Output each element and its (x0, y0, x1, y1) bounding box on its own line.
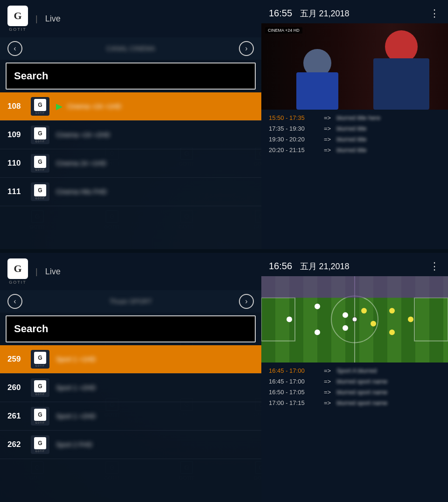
sch-arrow-s4: => (324, 399, 331, 406)
right-date-1: 五月 21,2018 (300, 9, 350, 18)
right-time-1: 16:55 (269, 8, 292, 18)
video-thumb-cinema[interactable]: CINEMA +24 HD (261, 23, 448, 110)
channel-item-261[interactable]: 261 G GOTIT Sport 1 +2HD (0, 402, 261, 431)
more-dots-1[interactable]: ⋮ (429, 7, 441, 20)
sch-name-s1645b: blurred sport name (336, 378, 387, 385)
channel-logo-110: G GOTIT (31, 154, 49, 173)
channel-name-111: Cinema Hits FHD (56, 188, 107, 195)
channel-name-wrapper-108: ▶ Cinema +24 +1HD (56, 101, 121, 112)
play-icon-108: ▶ (56, 101, 63, 112)
sch-time-s1645b: 16:45 - 17:00 (269, 378, 320, 385)
search-input-2[interactable] (7, 316, 255, 342)
sch-time-s1700: 17:00 - 17:15 (269, 399, 320, 406)
schedule-item-1930: 19:30 - 20:20 => blurred title (269, 136, 441, 143)
sch-name-1735: blurred title (336, 125, 366, 132)
figure-left-body (296, 72, 338, 110)
search-input-1[interactable] (7, 63, 255, 89)
channel-name-108: Cinema +24 +1HD (67, 103, 121, 110)
channel-logo-109: G GOTIT (31, 126, 49, 144)
gotit-logo-box-1: G (7, 6, 28, 26)
sch-arrow-s3: => (324, 389, 331, 396)
section-sport: G GOTIT | Live ‹ Thuan SPORT › (0, 253, 261, 502)
channel-num-259: 259 (7, 355, 24, 364)
sch-name-s1700: blurred sport name (336, 399, 387, 406)
schedule-item-2020: 20:20 - 21:15 => blurred title (269, 146, 441, 153)
schedule-cinema: 15:50 - 17:35 => blurred title here 17:3… (261, 110, 448, 249)
right-panel: 16:55 五月 21,2018 ⋮ (261, 0, 448, 502)
nav-left-1[interactable]: ‹ (7, 41, 22, 56)
nav-right-1[interactable]: › (239, 41, 254, 56)
svg-point-11 (389, 308, 395, 314)
logo-letter-2: G (14, 263, 21, 275)
channel-logo-260: G GOTIT (31, 378, 49, 397)
search-box-2 (6, 315, 256, 342)
sch-name-2020: blurred title (336, 146, 366, 153)
right-header-1: 16:55 五月 21,2018 ⋮ (261, 0, 448, 23)
divider-2: | (35, 267, 38, 277)
field-lines (261, 276, 448, 363)
channel-logo-111: G GOTIT (31, 182, 49, 201)
more-dots-2[interactable]: ⋮ (429, 260, 441, 272)
svg-point-7 (343, 312, 348, 318)
channel-name-259: Sport 1 +1HD (56, 356, 96, 363)
section-separator (0, 249, 261, 253)
gotit-text-2: GOTIT (9, 280, 27, 285)
schedule-sport-1700: 17:00 - 17:15 => blurred sport name (269, 399, 441, 406)
video-thumb-sport[interactable] (261, 276, 448, 363)
sch-arrow-4: => (324, 146, 331, 153)
svg-point-10 (371, 321, 376, 327)
right-section-cinema: 16:55 五月 21,2018 ⋮ (261, 0, 448, 249)
sch-arrow-2: => (324, 125, 331, 132)
channel-name-110: Cinema 24 +1HD (56, 160, 106, 167)
schedule-sport-1645a: 16:45 - 17:00 => Sport A blurred (269, 367, 441, 374)
section2-header: G GOTIT | Live (0, 253, 261, 290)
schedule-item-1550: 15:50 - 17:35 => blurred title here (269, 114, 441, 121)
channel-item-109[interactable]: 109 G GOTIT Cinema +24 +2HD (0, 121, 261, 149)
nav-channel-name-2: Thuan SPORT (109, 298, 152, 305)
nav-row-2: ‹ Thuan SPORT › (0, 290, 261, 313)
section1-header: G GOTIT | Live (0, 0, 261, 37)
sch-time-1735: 17:35 - 19:30 (269, 125, 320, 132)
nav-right-2[interactable]: › (239, 294, 254, 309)
left-panel: G GOTIT | Live ‹ CANAL CINEMA › (0, 0, 261, 502)
channel-item-111[interactable]: 111 G GOTIT Cinema Hits FHD (0, 178, 261, 206)
svg-point-6 (315, 329, 320, 335)
sch-time-2020: 20:20 - 21:15 (269, 146, 320, 153)
channel-logo-108: G GOTIT (31, 97, 49, 116)
nav-left-2[interactable]: ‹ (7, 294, 22, 309)
sch-time-s1650: 16:50 - 17:05 (269, 389, 320, 396)
main-layout: G GOTIT | Live ‹ CANAL CINEMA › (0, 0, 448, 502)
channel-num-262: 262 (7, 440, 24, 449)
channel-name-109: Cinema +24 +2HD (56, 131, 110, 139)
right-separator (261, 249, 448, 253)
channel-item-262[interactable]: 262 G GOTIT Sport 2 FHD (0, 431, 261, 459)
svg-point-13 (408, 317, 413, 322)
cinema-figure (364, 30, 439, 110)
logo-letter-1: G (14, 10, 21, 22)
svg-point-12 (389, 329, 395, 335)
channel-list-1: 108 G GOTIT ▶ Cinema +24 +1HD 109 G GOTI… (0, 92, 261, 249)
channel-item-259[interactable]: 259 G GOTIT Sport 1 +1HD (0, 345, 261, 374)
schedule-sport: 16:45 - 17:00 => Sport A blurred 16:45 -… (261, 363, 448, 502)
schedule-sport-1650: 16:50 - 17:05 => blurred sport name (269, 389, 441, 396)
sch-name-s1645a: Sport A blurred (336, 367, 377, 374)
svg-point-9 (361, 308, 367, 314)
svg-rect-3 (414, 298, 448, 341)
channel-item-108[interactable]: 108 G GOTIT ▶ Cinema +24 +1HD (0, 92, 261, 121)
channel-item-110[interactable]: 110 G GOTIT Cinema 24 +1HD (0, 149, 261, 178)
nav-channel-name-1: CANAL CINEMA (106, 45, 155, 52)
cinema-badge: CINEMA +24 HD (265, 27, 302, 34)
figure-body (373, 58, 429, 110)
sch-arrow-s1: => (324, 367, 331, 374)
channel-item-260[interactable]: 260 G GOTIT Sport 1 +2HD (0, 374, 261, 402)
right-datetime-2: 16:56 五月 21,2018 (269, 261, 350, 272)
gotit-logo-1: G GOTIT (7, 6, 28, 32)
sch-arrow-1: => (324, 114, 331, 121)
right-header-2: 16:56 五月 21,2018 ⋮ (261, 253, 448, 276)
channel-logo-261: G GOTIT (31, 407, 49, 425)
channel-num-108: 108 (7, 102, 24, 111)
right-time-2: 16:56 (269, 261, 292, 271)
divider-1: | (35, 14, 38, 24)
channel-logo-262: G GOTIT (31, 435, 49, 454)
section2-type: Live (45, 267, 61, 277)
